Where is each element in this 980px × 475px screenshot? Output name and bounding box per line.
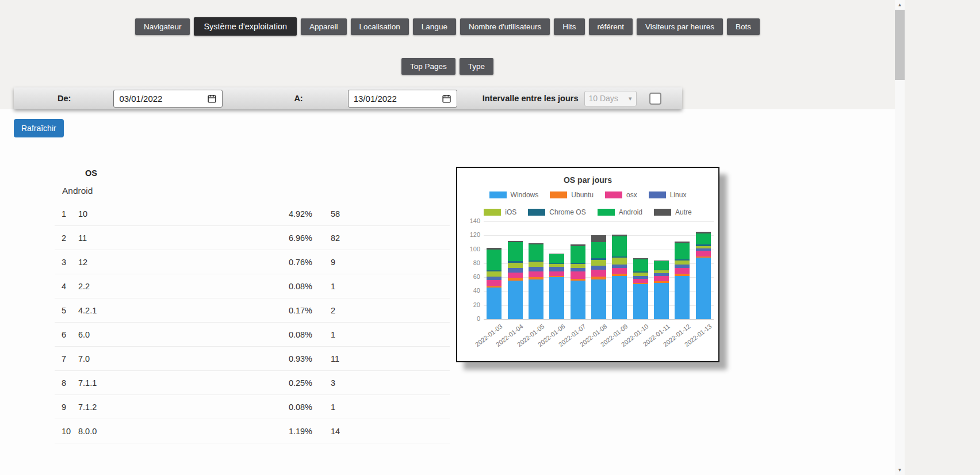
cell-name: 7.0	[78, 354, 261, 363]
bar-segment-osx	[571, 271, 585, 278]
cell-count: 1	[312, 403, 450, 412]
bar-segment-windows	[487, 288, 502, 319]
table-row: 2116.96%82	[55, 226, 450, 250]
bar-segment-android	[612, 236, 627, 256]
cell-rank: 6	[55, 330, 78, 339]
interval-select[interactable]: 10 Days ▾	[584, 91, 637, 106]
y-tick-label-0: 0	[457, 315, 480, 322]
bar-segment-android	[696, 233, 711, 244]
tab-bots[interactable]: Bots	[727, 18, 760, 35]
calendar-icon[interactable]	[442, 94, 451, 104]
to-date-value[interactable]	[354, 94, 442, 104]
tab-localisation[interactable]: Localisation	[351, 18, 409, 35]
legend-label: Linux	[670, 191, 687, 199]
interval-checkbox[interactable]	[649, 93, 661, 105]
table-group-android: Android	[55, 186, 450, 196]
bar-segment-android	[508, 242, 523, 261]
cell-name: 10	[78, 209, 261, 219]
tab-type[interactable]: Type	[460, 58, 493, 75]
y-tick-label-100: 100	[457, 246, 480, 252]
legend-label: Ubuntu	[571, 191, 594, 199]
cell-percent: 0.25%	[261, 378, 312, 388]
cell-count: 14	[312, 427, 450, 436]
chart-legend: WindowsUbuntuosxLinuxiOSChrome OSAndroid…	[464, 191, 712, 216]
tab-langue[interactable]: Langue	[413, 18, 456, 35]
scrollbar-thumb[interactable]	[895, 10, 905, 80]
bar-segment-osx	[549, 271, 564, 275]
bar-segment-osx	[591, 270, 606, 277]
legend-swatch-autre	[654, 209, 671, 216]
legend-label: Android	[619, 208, 642, 216]
tab-r-f-rent[interactable]: référent	[589, 18, 633, 35]
y-tick-label-140: 140	[457, 217, 480, 224]
bar-segment-android	[654, 261, 669, 270]
table-row: 108.0.01.19%14	[55, 419, 450, 443]
legend-item-chrome-os: Chrome OS	[528, 208, 585, 216]
cell-rank: 1	[55, 209, 78, 219]
date-filter-bar: De: A:	[14, 87, 682, 109]
tab-visiteurs-par-heures[interactable]: Visiteurs par heures	[637, 18, 723, 35]
bar-2022-01-13	[696, 232, 711, 319]
tabs-row-1: NavigateurSystème d'exploitationAppareil…	[0, 17, 895, 36]
cell-rank: 7	[55, 354, 78, 363]
cell-count: 11	[312, 354, 450, 363]
legend-swatch-windows	[489, 191, 507, 198]
cell-rank: 10	[55, 427, 78, 436]
tab-syst-me-d-exploitation[interactable]: Système d'exploitation	[194, 17, 297, 36]
cell-percent: 0.76%	[261, 258, 312, 267]
cell-percent: 0.08%	[261, 403, 312, 412]
from-date-input[interactable]	[113, 90, 223, 108]
calendar-icon[interactable]	[207, 94, 217, 104]
tab-top-pages[interactable]: Top Pages	[401, 58, 455, 75]
bar-segment-osx	[696, 251, 711, 256]
chevron-down-icon: ▾	[629, 95, 632, 102]
from-date-value[interactable]	[119, 94, 207, 104]
chart-panel: OS par jours WindowsUbuntuosxLinuxiOSChr…	[456, 167, 719, 362]
to-date-input[interactable]	[348, 90, 457, 108]
bar-segment-ios	[675, 261, 690, 265]
bar-segment-windows	[571, 281, 585, 319]
bar-segment-ios	[571, 264, 585, 268]
bar-segment-linux	[549, 267, 564, 272]
legend-label: osx	[626, 191, 637, 199]
refresh-button[interactable]: Rafraîchir	[14, 119, 64, 137]
table-header-os: OS	[55, 165, 450, 178]
cell-rank: 3	[55, 258, 78, 267]
cell-percent: 6.96%	[261, 233, 312, 243]
bar-2022-01-05	[529, 243, 543, 319]
legend-item-android: Android	[598, 208, 642, 216]
tab-nombre-d-utilisateurs[interactable]: Nombre d'utilisateurs	[460, 18, 550, 35]
legend-label: Autre	[675, 208, 692, 216]
bar-segment-osx	[612, 268, 627, 274]
cell-percent: 1.19%	[261, 427, 312, 436]
viewport: NavigateurSystème d'exploitationAppareil…	[0, 0, 980, 475]
tab-navigateur[interactable]: Navigateur	[135, 18, 190, 35]
cell-rank: 8	[55, 378, 78, 388]
bar-segment-ios	[508, 263, 523, 269]
cell-percent: 0.08%	[261, 282, 312, 291]
table-row: 77.00.93%11	[55, 347, 450, 371]
page: NavigateurSystème d'exploitationAppareil…	[0, 0, 895, 475]
y-tick-label-80: 80	[457, 259, 480, 266]
bar-segment-linux	[508, 268, 523, 272]
bar-2022-01-08	[591, 235, 606, 319]
table-row: 97.1.20.08%1	[55, 395, 450, 419]
tab-hits[interactable]: Hits	[554, 18, 584, 35]
scrollbar[interactable]: ▲ ▼	[895, 0, 905, 475]
bar-segment-osx	[633, 279, 648, 283]
bar-2022-01-03	[487, 248, 502, 319]
tab-appareil[interactable]: Appareil	[301, 18, 347, 35]
cell-percent: 0.17%	[261, 306, 312, 315]
cell-percent: 4.92%	[261, 209, 312, 219]
cell-percent: 0.08%	[261, 330, 312, 339]
bar-segment-osx	[675, 268, 690, 274]
cell-name: 7.1.1	[78, 378, 261, 388]
y-tick-label-40: 40	[457, 287, 480, 294]
scrollbar-up-arrow[interactable]: ▲	[895, 0, 905, 10]
bar-segment-windows	[654, 283, 669, 319]
bar-segment-android	[633, 259, 648, 272]
bar-segment-android	[571, 246, 585, 263]
scrollbar-down-arrow[interactable]: ▼	[895, 465, 905, 475]
chart-canvas: 0204060801001201402022-01-032022-01-0420…	[457, 221, 718, 357]
cell-rank: 2	[55, 233, 78, 243]
